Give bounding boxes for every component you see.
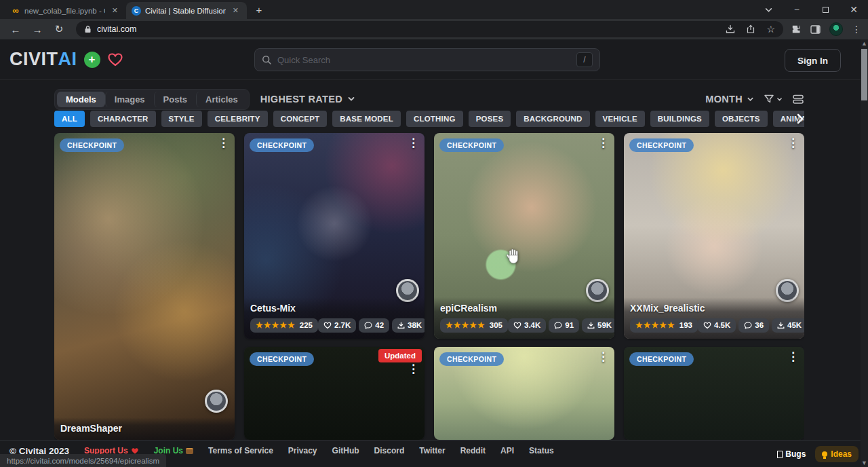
reload-button[interactable]: ↻ — [50, 20, 68, 38]
card-menu-icon[interactable]: ⋮ — [787, 137, 799, 149]
browser-window: ∞ new_colab_file.ipynb - Colaborat ✕ C C… — [0, 0, 868, 467]
model-card-dreamshaper[interactable]: CHECKPOINT ⋮ DreamShaper — [54, 133, 235, 440]
footer-link-status[interactable]: Status — [529, 446, 554, 455]
tab-posts[interactable]: Posts — [154, 92, 196, 107]
card-menu-icon[interactable]: ⋮ — [408, 363, 419, 375]
address-bar[interactable]: civitai.com ☆ — [76, 21, 783, 37]
tab-close-icon[interactable]: ✕ — [109, 5, 121, 16]
footer-link-terms[interactable]: Terms of Service — [208, 446, 273, 455]
card-menu-icon[interactable]: ⋮ — [218, 137, 229, 149]
likes-pill: 4.5K — [698, 318, 736, 333]
layout-toggle-button[interactable] — [792, 94, 804, 105]
sign-in-button[interactable]: Sign In — [785, 49, 841, 72]
new-tab-button[interactable]: + — [251, 1, 267, 18]
chip-style[interactable]: STYLE — [161, 111, 202, 127]
star-icons: ★★★★★ — [446, 320, 486, 330]
chip-character[interactable]: CHARACTER — [90, 111, 156, 127]
card-menu-icon[interactable]: ⋮ — [597, 351, 609, 362]
search-icon — [262, 55, 272, 65]
close-window-button[interactable]: ✕ — [840, 0, 868, 19]
rating-pill: ★★★★★225 — [250, 318, 318, 333]
url-text: civitai.com — [97, 24, 720, 34]
chip-clothing[interactable]: CLOTHING — [406, 111, 463, 127]
status-url-bubble: https://civitai.com/models/25694/epicrea… — [0, 454, 166, 467]
creator-avatar[interactable] — [205, 390, 228, 413]
card-menu-icon[interactable]: ⋮ — [787, 351, 799, 362]
tab-search-icon[interactable] — [754, 0, 783, 19]
likes-pill: 3.4K — [508, 318, 546, 333]
search-shortcut-key: / — [576, 52, 593, 67]
comments-pill: 36 — [738, 318, 769, 333]
chip-concept[interactable]: CONCEPT — [273, 111, 328, 127]
create-plus-button[interactable]: + — [84, 52, 100, 68]
model-card-cetus-mix[interactable]: CHECKPOINT ⋮ Cetus-Mix ★★★★★225 2.7K 42 … — [244, 133, 425, 339]
search-input[interactable] — [277, 55, 571, 65]
tab-title: new_colab_file.ipynb - Colaborat — [24, 7, 105, 15]
chip-poses[interactable]: POSES — [469, 111, 511, 127]
bookmark-star-icon[interactable]: ☆ — [766, 24, 775, 35]
back-button[interactable]: ← — [7, 20, 24, 38]
minimize-button[interactable]: – — [783, 0, 811, 19]
chip-all[interactable]: ALL — [54, 111, 85, 127]
checkpoint-badge: CHECKPOINT — [629, 138, 694, 152]
sort-dropdown[interactable]: HIGHEST RATED — [260, 94, 355, 105]
chip-base-model[interactable]: BASE MODEL — [332, 111, 401, 127]
restore-button[interactable] — [811, 0, 840, 19]
scrollbar-thumb[interactable] — [861, 49, 867, 100]
model-card-row2[interactable]: CHECKPOINT ⋮ — [434, 347, 614, 440]
card-menu-icon[interactable]: ⋮ — [597, 137, 609, 149]
model-card-row2[interactable]: CHECKPOINT Updated ⋮ — [244, 347, 425, 440]
chip-buildings[interactable]: BUILDINGS — [650, 111, 709, 127]
chip-vehicle[interactable]: VEHICLE — [595, 111, 645, 127]
period-dropdown[interactable]: MONTH — [705, 94, 754, 105]
share-icon[interactable] — [746, 24, 755, 34]
ideas-button[interactable]: Ideas — [815, 446, 859, 462]
comment-icon — [554, 322, 562, 329]
model-name: epiCRealism — [440, 303, 608, 314]
tab-bar: ∞ new_colab_file.ipynb - Colaborat ✕ C C… — [0, 0, 868, 19]
scroll-down-icon[interactable]: ▼ — [861, 459, 867, 467]
model-card-xxmix9realistic[interactable]: CHECKPOINT ⋮ XXMix_9realistic ★★★★★193 4… — [624, 133, 804, 339]
scroll-up-icon[interactable]: ▲ — [861, 39, 867, 48]
forward-button[interactable]: → — [28, 20, 46, 38]
footer-link-reddit[interactable]: Reddit — [460, 446, 486, 455]
model-name: Cetus-Mix — [250, 303, 418, 314]
chrome-menu-icon[interactable]: ⋮ — [852, 24, 861, 35]
bugs-button[interactable]: Bugs — [777, 449, 806, 459]
download-icon[interactable] — [726, 24, 735, 34]
heart-icon — [131, 447, 139, 455]
tab-images[interactable]: Images — [105, 92, 154, 107]
chips-scroll-right-icon[interactable] — [793, 112, 804, 128]
model-card-epicrealism[interactable]: CHECKPOINT ⋮ epiCRealism ★★★★★305 3.4K 9… — [434, 133, 614, 339]
chip-background[interactable]: BACKGROUND — [516, 111, 589, 127]
card-menu-icon[interactable]: ⋮ — [408, 137, 419, 149]
footer-link-discord[interactable]: Discord — [374, 446, 405, 455]
extensions-icon[interactable] — [791, 24, 802, 35]
support-heart-icon[interactable] — [107, 52, 123, 67]
side-panel-icon[interactable] — [810, 24, 821, 35]
tab-articles[interactable]: Articles — [196, 92, 247, 107]
footer-link-privacy[interactable]: Privacy — [288, 446, 317, 455]
page-scrollbar[interactable]: ▲ ▼ — [861, 39, 868, 467]
heart-icon — [703, 322, 711, 329]
checkpoint-badge: CHECKPOINT — [250, 138, 314, 152]
tab-colab[interactable]: ∞ new_colab_file.ipynb - Colaborat ✕ — [5, 2, 126, 19]
chip-celebrity[interactable]: CELEBRITY — [208, 111, 268, 127]
download-icon — [587, 322, 595, 329]
model-card-row2[interactable]: CHECKPOINT ⋮ — [624, 347, 804, 440]
quick-search[interactable]: / — [254, 48, 600, 71]
civitai-logo[interactable]: CIVITAI — [9, 49, 77, 70]
chip-objects[interactable]: OBJECTS — [715, 111, 768, 127]
checkpoint-badge: CHECKPOINT — [439, 138, 504, 152]
profile-avatar[interactable] — [829, 22, 843, 36]
footer-link-twitter[interactable]: Twitter — [419, 446, 445, 455]
updated-badge: Updated — [378, 349, 422, 362]
tab-close-icon[interactable]: ✕ — [230, 5, 241, 16]
footer-link-github[interactable]: GitHub — [332, 446, 359, 455]
tab-models[interactable]: Models — [57, 92, 105, 107]
tab-civitai[interactable]: C Civitai | Stable Diffusion models, ✕ — [126, 2, 247, 19]
filters-button[interactable] — [764, 94, 783, 105]
comment-icon — [364, 322, 372, 329]
chevron-down-icon — [347, 95, 355, 103]
footer-link-api[interactable]: API — [500, 446, 514, 455]
